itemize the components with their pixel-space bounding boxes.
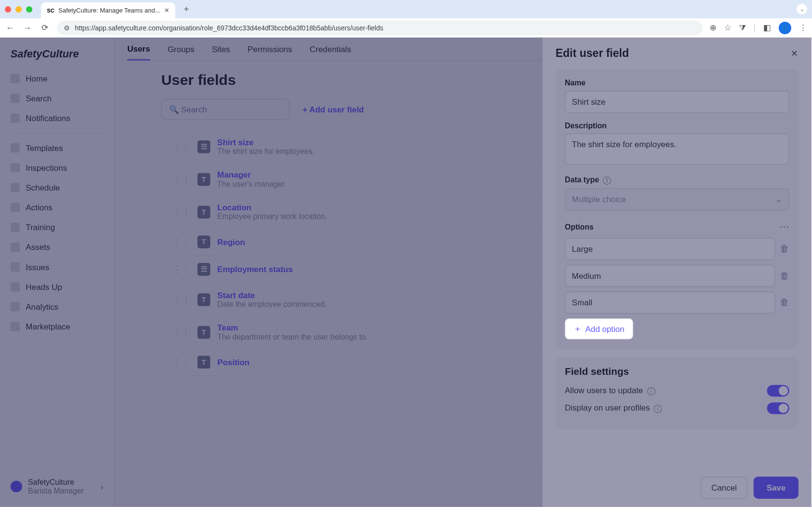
- option-input[interactable]: [565, 264, 775, 287]
- site-info-icon[interactable]: ⚙: [64, 24, 70, 32]
- option-row: 🗑: [565, 291, 789, 314]
- profile-button[interactable]: 👤: [779, 22, 791, 34]
- tab-favicon-icon: SC: [47, 7, 55, 14]
- tab-overflow-button[interactable]: ⌄: [797, 4, 807, 14]
- plus-icon: ＋: [574, 323, 582, 334]
- info-icon[interactable]: i: [647, 387, 655, 395]
- allow-users-update-toggle[interactable]: [767, 384, 789, 396]
- zoom-icon[interactable]: ⊕: [710, 23, 716, 33]
- data-type-select[interactable]: Multiple choice ⌄: [565, 188, 789, 210]
- bookmark-icon[interactable]: ☆: [724, 23, 731, 33]
- chevron-down-icon: ⌄: [775, 194, 783, 204]
- cancel-button[interactable]: Cancel: [700, 477, 748, 499]
- tab-close-icon[interactable]: ✕: [164, 7, 169, 14]
- tab-title: SafetyCulture: Manage Teams and...: [58, 7, 160, 14]
- new-tab-button[interactable]: +: [184, 4, 189, 14]
- field-definition-card: Name Description The shirt size for empl…: [556, 69, 798, 348]
- browser-toolbar: ← → ⟳ ⚙ https://app.safetyculture.com/or…: [0, 18, 812, 38]
- sidepanel-icon[interactable]: ◧: [763, 23, 771, 33]
- panel-title: Edit user field: [556, 47, 629, 60]
- menu-icon[interactable]: ⋮: [799, 23, 807, 33]
- close-panel-button[interactable]: ✕: [791, 48, 798, 59]
- app-root: SafetyCulture Home Search Notifications …: [0, 38, 812, 507]
- url-text: https://app.safetyculture.com/organisati…: [75, 24, 383, 32]
- option-input[interactable]: [565, 291, 775, 314]
- add-option-label: Add option: [585, 324, 624, 333]
- setting-label: Allow users to update: [565, 385, 643, 395]
- description-input[interactable]: The shirt size for employees.: [565, 133, 789, 164]
- forward-button[interactable]: →: [22, 23, 33, 33]
- delete-option-icon[interactable]: 🗑: [780, 270, 789, 281]
- save-button[interactable]: Save: [754, 477, 798, 499]
- browser-tab[interactable]: SC SafetyCulture: Manage Teams and... ✕: [41, 2, 175, 18]
- option-row: 🗑: [565, 264, 789, 287]
- display-on-profiles-toggle[interactable]: [767, 402, 789, 414]
- setting-label: Display on user profiles: [565, 403, 650, 412]
- panel-footer: Cancel Save: [543, 468, 812, 507]
- option-input[interactable]: [565, 237, 775, 260]
- name-label: Name: [565, 79, 789, 87]
- browser-tab-bar: SC SafetyCulture: Manage Teams and... ✕ …: [0, 0, 812, 18]
- options-more-icon[interactable]: ⋯: [779, 220, 789, 233]
- info-icon[interactable]: i: [603, 176, 611, 184]
- field-settings-card: Field settings Allow users to update i D…: [556, 356, 798, 429]
- delete-option-icon[interactable]: 🗑: [780, 297, 789, 308]
- setting-display-on-profiles: Display on user profiles i: [565, 402, 789, 414]
- address-bar[interactable]: ⚙ https://app.safetyculture.com/organisa…: [57, 21, 703, 35]
- window-minimize-icon[interactable]: [15, 6, 22, 13]
- window-close-icon[interactable]: [5, 6, 11, 13]
- add-option-button[interactable]: ＋ Add option: [565, 318, 633, 339]
- description-label: Description: [565, 121, 789, 130]
- setting-allow-users-update: Allow users to update i: [565, 384, 789, 396]
- extensions-icon[interactable]: ⧩: [739, 23, 746, 33]
- reload-button[interactable]: ⟳: [40, 23, 50, 33]
- data-type-label: Data type i: [565, 176, 789, 185]
- window-maximize-icon[interactable]: [26, 6, 32, 13]
- delete-option-icon[interactable]: 🗑: [780, 244, 789, 254]
- name-input[interactable]: [565, 91, 789, 113]
- info-icon[interactable]: i: [654, 405, 662, 413]
- window-controls: [5, 6, 32, 13]
- field-settings-title: Field settings: [565, 366, 789, 378]
- divider: |: [754, 23, 756, 33]
- data-type-value: Multiple choice: [572, 194, 626, 204]
- edit-user-field-panel: Edit user field ✕ Name Description The s…: [543, 38, 812, 507]
- options-label: Options: [565, 222, 593, 231]
- back-button[interactable]: ←: [5, 23, 15, 33]
- option-row: 🗑: [565, 237, 789, 260]
